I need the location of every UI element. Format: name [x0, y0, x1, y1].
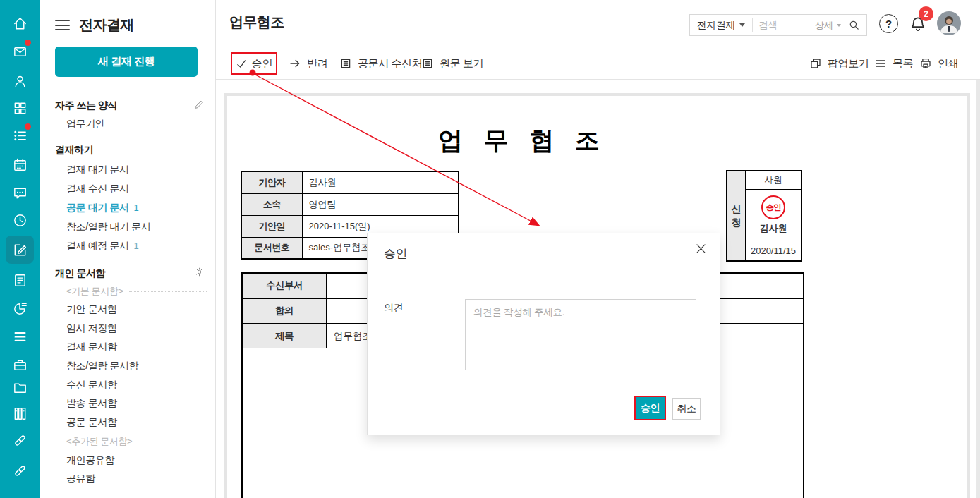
- popup-windows-icon: [809, 57, 822, 70]
- notification-badge: 2: [919, 6, 933, 21]
- link-icon[interactable]: [6, 426, 34, 454]
- toolbar-divider: [216, 79, 980, 80]
- modal-title: 승인: [384, 245, 407, 262]
- arrow-right-icon: [289, 57, 301, 70]
- mail-alert-dot: [25, 40, 31, 46]
- sidebar-item-share-box[interactable]: 공유함: [66, 473, 95, 485]
- group-added-label: <추가된 문서함>: [66, 435, 132, 448]
- print-button[interactable]: 인쇄: [919, 52, 958, 75]
- print-icon: [919, 57, 932, 70]
- edit-document-icon[interactable]: [6, 236, 34, 264]
- list-view-button[interactable]: 목록: [874, 52, 913, 75]
- comment-label: 의견: [384, 302, 403, 315]
- view-original-toolbar-button[interactable]: 원문 보기: [421, 52, 483, 75]
- search-icon[interactable]: [841, 19, 866, 31]
- stamp-group-label: 신청: [727, 171, 746, 260]
- table-row: 기안자김사원: [241, 171, 459, 193]
- sidebar-item-sent-box[interactable]: 발송 문서함: [66, 397, 117, 410]
- stamp-rank: 사원: [746, 171, 801, 190]
- archive-icon[interactable]: [6, 399, 34, 427]
- search-input[interactable]: [753, 20, 815, 30]
- edit-pencil-icon[interactable]: [193, 98, 205, 113]
- folder-icon[interactable]: [6, 373, 34, 401]
- sidebar-item-official-waiting-docs[interactable]: 공문 대기 문서1: [66, 202, 138, 214]
- sidebar-item-scheduled-docs[interactable]: 결재 예정 문서1: [66, 240, 138, 253]
- sidebar-item-favorite-form[interactable]: 업무기안: [66, 118, 104, 130]
- favorites-section-title: 자주 쓰는 양식: [55, 99, 117, 112]
- list-lines-icon: [874, 57, 887, 70]
- table-row: 소속영업팀: [241, 193, 459, 215]
- modal-approve-button[interactable]: 승인: [636, 397, 665, 419]
- sidebar-item-waiting-docs[interactable]: 결재 대기 문서: [66, 164, 129, 176]
- search-bar: 전자결재 상세: [689, 14, 867, 36]
- item-count-badge: 1: [134, 202, 139, 213]
- sidebar-item-received-docs[interactable]: 결재 수신 문서: [66, 183, 129, 195]
- sidebar-item-approved-box[interactable]: 결재 문서함: [66, 341, 117, 353]
- check-icon: [236, 58, 248, 70]
- help-button[interactable]: ?: [879, 14, 898, 33]
- sidebar-item-personal-share-box[interactable]: 개인공유함: [66, 454, 114, 467]
- popup-view-button[interactable]: 팝업보기: [809, 52, 869, 75]
- document-title: 업 무 협 조: [241, 124, 804, 157]
- new-approval-button[interactable]: 새 결재 진행: [55, 47, 198, 77]
- sidebar-item-received-box[interactable]: 수신 문서함: [66, 379, 117, 391]
- calendar-icon[interactable]: [6, 150, 34, 178]
- reject-toolbar-button[interactable]: 반려: [289, 52, 327, 75]
- stamp-date: 2020/11/15: [746, 241, 801, 260]
- approve-section-title: 결재하기: [55, 144, 93, 157]
- approve-toolbar-button[interactable]: 승인: [231, 52, 277, 75]
- task-alert-dot: [25, 123, 31, 130]
- document-list-icon: [421, 57, 434, 70]
- sidebar-item-reference-box[interactable]: 참조/열람 문서함: [66, 360, 138, 372]
- comment-textarea[interactable]: [465, 299, 696, 370]
- vertical-scrollbar[interactable]: [976, 80, 980, 498]
- note-icon[interactable]: [6, 266, 34, 294]
- search-scope-dropdown[interactable]: 전자결재: [690, 19, 752, 32]
- modal-cancel-button[interactable]: 취소: [672, 398, 701, 420]
- report-pie-icon[interactable]: [6, 294, 34, 322]
- avatar[interactable]: [937, 11, 961, 35]
- menu-hamburger-icon[interactable]: [55, 20, 70, 30]
- chat-icon[interactable]: [6, 178, 34, 207]
- sidebar-item-official-box[interactable]: 공문 문서함: [66, 416, 117, 429]
- sidebar-item-draft-box[interactable]: 기안 문서함: [66, 303, 117, 316]
- rows-icon[interactable]: [6, 322, 34, 351]
- official-receivers-toolbar-button[interactable]: 공문서 수신처: [339, 52, 422, 75]
- group-basic-label: <기본 문서함>: [66, 285, 123, 298]
- search-detail-toggle[interactable]: 상세: [815, 19, 841, 32]
- item-count-badge: 1: [134, 241, 139, 251]
- approval-seal: 승인: [761, 195, 785, 219]
- sidebar-item-reference-waiting-docs[interactable]: 참조/열람 대기 문서: [66, 221, 150, 233]
- sidebar-item-temp-box[interactable]: 임시 저장함: [66, 322, 117, 335]
- link2-icon[interactable]: [6, 456, 34, 485]
- approve-modal: 승인 의견 승인 취소: [367, 233, 720, 435]
- apps-grid-icon[interactable]: [6, 94, 34, 122]
- person-icon[interactable]: [6, 67, 34, 95]
- clock-icon[interactable]: [6, 206, 34, 234]
- document-list-icon: [339, 57, 352, 70]
- app-rail: [0, 0, 40, 498]
- chevron-down-icon: [739, 23, 745, 27]
- gear-icon[interactable]: [193, 266, 205, 281]
- modal-approve-highlight-box: 승인: [634, 396, 666, 420]
- module-title: 전자결재: [79, 16, 134, 35]
- page-title: 업무협조: [229, 13, 284, 32]
- home-icon[interactable]: [6, 9, 34, 37]
- close-icon[interactable]: [691, 239, 710, 257]
- personal-box-section-title: 개인 문서함: [55, 267, 105, 280]
- approval-stamp-box: 신청 사원 승인 김사원 2020/11/15: [726, 170, 802, 262]
- stamp-name: 김사원: [760, 222, 787, 235]
- sidebar: 전자결재 새 결재 진행 자주 쓰는 양식 업무기안 결재하기 결재 대기 문서…: [40, 0, 216, 498]
